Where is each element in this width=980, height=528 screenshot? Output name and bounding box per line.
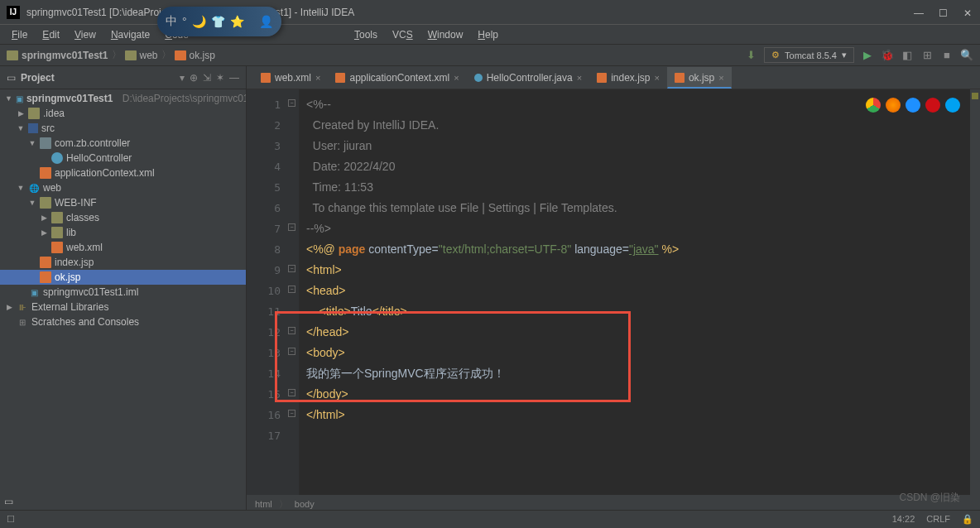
jsp-icon [175,50,186,60]
tree-iml[interactable]: ▣springmvc01Test1.iml [0,285,246,300]
tree-external-libs[interactable]: ▶⊪External Libraries [0,300,246,314]
project-tool-icon: ▭ [7,72,16,84]
ime-widget[interactable]: 中°🌙👕⭐👤 [157,7,281,36]
run-icon[interactable]: ▶ [861,49,874,62]
tomcat-icon: ⚙ [771,50,780,60]
menu-file[interactable]: File [5,27,34,42]
navbar: springmvc01Test1 〉 web 〉 ok.jsp ⬇ ⚙ Tomc… [0,45,980,66]
breadcrumb: springmvc01Test1 〉 web 〉 ok.jsp [7,48,215,62]
project-panel: ▭ Project ▾ ⊕ ⇲ ✶ — ▼▣springmvc01Test1 D… [0,66,247,513]
close-icon[interactable]: × [577,73,582,83]
ie-icon[interactable] [945,98,960,113]
expand-icon[interactable]: ⇲ [203,72,211,84]
fold-icon[interactable]: − [288,389,295,396]
tool-window-toggle[interactable]: ▭ [0,493,17,510]
editor-tabs: web.xml× applicationContext.xml× HelloCo… [247,66,980,89]
close-icon[interactable]: × [655,73,660,83]
menubar: File Edit View Navigate Code Tools VCS W… [0,25,980,45]
project-panel-header: ▭ Project ▾ ⊕ ⇲ ✶ — [0,66,246,89]
menu-view[interactable]: View [68,27,103,42]
chevron-down-icon[interactable]: ▾ [180,72,185,84]
line-separator[interactable]: CRLF [926,514,950,525]
crumb-file[interactable]: ok.jsp [190,50,215,61]
menu-edit[interactable]: Edit [36,27,66,42]
tab-indexjsp[interactable]: index.jsp× [589,67,667,89]
debug-icon[interactable]: 🐞 [881,49,894,62]
fold-icon[interactable]: − [288,348,295,355]
tree-webxml[interactable]: web.xml [0,240,246,255]
chevron-down-icon: ▾ [842,50,847,60]
tree-controller[interactable]: HelloController [0,151,246,166]
select-target-icon[interactable]: ⊕ [190,72,198,84]
fold-icon[interactable]: − [288,265,295,272]
tree-web[interactable]: ▼🌐web [0,180,246,195]
chrome-icon[interactable] [866,98,881,113]
crumb-folder[interactable]: web [140,50,158,61]
fold-icon[interactable]: − [288,223,295,231]
tree-classes[interactable]: ▶classes [0,210,246,225]
tree-appcontext[interactable]: applicationContext.xml [0,166,246,180]
minimize-icon[interactable]: — [914,7,924,17]
fold-icon[interactable]: − [288,286,295,293]
run-config-dropdown[interactable]: ⚙ Tomcat 8.5.4 ▾ [764,47,854,63]
editor-scrollbar[interactable] [970,89,980,495]
coverage-icon[interactable]: ◧ [901,49,914,62]
tree-root[interactable]: ▼▣springmvc01Test1 D:\ideaProjects\sprin… [0,91,246,106]
code-content[interactable]: <%-- Created by IntelliJ IDEA. User: jiu… [300,89,980,495]
menu-window[interactable]: Window [421,27,470,42]
run-config-label: Tomcat 8.5.4 [785,50,837,60]
crumb-project[interactable]: springmvc01Test1 [22,50,108,61]
tree-package[interactable]: ▼com.zb.controller [0,136,246,151]
tree-idea[interactable]: ▶.idea [0,106,246,121]
opera-icon[interactable] [925,98,940,113]
app-logo: IJ [7,6,20,19]
hide-icon[interactable]: — [229,72,239,84]
tree-okjsp[interactable]: ok.jsp [0,270,246,285]
profiler-icon[interactable]: ⊞ [920,49,934,62]
tab-okjsp[interactable]: ok.jsp× [667,67,732,89]
folder-icon [7,50,18,60]
folder-icon [125,50,137,60]
search-icon[interactable]: 🔍 [960,49,973,62]
tree-scratches[interactable]: ⊞Scratches and Consoles [0,314,246,329]
safari-icon[interactable] [906,98,920,113]
menu-tools[interactable]: Tools [348,27,384,42]
statusbar: ☐ 14:22 CRLF 🔒 [0,510,980,528]
project-tree[interactable]: ▼▣springmvc01Test1 D:\ideaProjects\sprin… [0,89,246,513]
menu-vcs[interactable]: VCS [386,27,420,42]
tab-webxml[interactable]: web.xml× [253,67,328,89]
fold-icon[interactable]: − [288,410,295,417]
close-icon[interactable]: × [454,73,459,83]
tab-hellocontroller[interactable]: HelloController.java× [467,67,590,89]
status-left-icon[interactable]: ☐ [7,514,15,525]
editor-body[interactable]: 1− 23456 7− 8 9− 10− 11 12− 13− 14 15− 1… [247,89,980,495]
close-icon[interactable]: × [315,73,320,83]
tree-src[interactable]: ▼src [0,121,246,136]
watermark: CSDN @旧染 [899,491,960,505]
tree-webinf[interactable]: ▼WEB-INF [0,195,246,210]
maximize-icon[interactable]: ☐ [939,7,949,17]
close-icon[interactable]: × [718,73,723,83]
build-icon[interactable]: ⬇ [744,49,757,62]
lock-icon[interactable]: 🔒 [962,514,973,525]
menu-help[interactable]: Help [471,27,505,42]
editor-gutter: 1− 23456 7− 8 9− 10− 11 12− 13− 14 15− 1… [247,89,300,495]
stop-icon[interactable]: ■ [940,49,954,62]
cursor-position[interactable]: 14:22 [892,514,915,525]
gear-icon[interactable]: ✶ [216,72,224,84]
crumb-html[interactable]: html [255,499,272,509]
warning-marker[interactable] [972,93,978,99]
fold-icon[interactable]: − [288,99,295,107]
project-panel-title: Project [21,72,175,84]
tree-lib[interactable]: ▶lib [0,225,246,240]
close-icon[interactable]: ✕ [963,7,973,17]
crumb-body[interactable]: body [295,499,315,509]
menu-navigate[interactable]: Navigate [104,27,156,42]
tree-indexjsp[interactable]: index.jsp [0,255,246,270]
editor-area: web.xml× applicationContext.xml× HelloCo… [247,66,980,513]
fold-icon[interactable]: − [288,327,295,334]
firefox-icon[interactable] [886,98,901,113]
tab-appcontext[interactable]: applicationContext.xml× [328,67,466,89]
titlebar: IJ springmvc01Test1 [D:\ideaProject ok.j… [0,0,980,25]
browser-icons [866,98,960,113]
